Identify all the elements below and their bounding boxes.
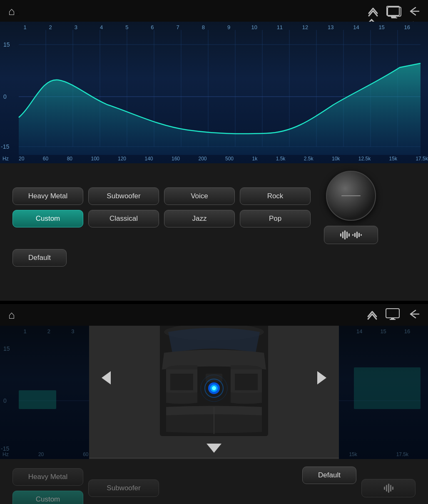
rock-button[interactable]: Rock — [240, 187, 311, 205]
home-icon[interactable]: ⌂ — [8, 5, 22, 17]
top-panel: ⌂ 1 2 3 4 5 6 7 8 9 10 11 — [0, 0, 428, 301]
freq-labels: 20 60 80 100 120 140 160 200 500 1k 1.5k… — [0, 156, 428, 162]
default-button-bottom[interactable]: Default — [302, 467, 356, 484]
screen-icon[interactable] — [386, 6, 400, 16]
eq-chart-top: 1 2 3 4 5 6 7 8 9 10 11 12 13 14 15 16 — [0, 22, 428, 163]
btn-group-4: Rock Pop — [240, 187, 311, 227]
heavy-metal-button-bottom[interactable]: Heavy Metal — [12, 468, 83, 486]
btn-group-3: Voice Jazz — [164, 187, 235, 227]
knob-container — [324, 171, 378, 244]
eq-buttons-bottom: Heavy Metal Custom Subwoofer Default — [0, 459, 428, 504]
right-arrow-icon — [317, 371, 326, 384]
svg-text:-15: -15 — [1, 143, 9, 150]
screen-icon-bottom[interactable] — [386, 308, 400, 322]
btn-group-default: Default — [12, 249, 67, 292]
btn-group-1: Heavy Metal Custom — [12, 187, 83, 227]
subwoofer-button[interactable]: Subwoofer — [88, 187, 159, 205]
status-bar-left: ⌂ — [8, 5, 22, 17]
sound-wave-icon-bottom — [384, 484, 393, 493]
modal-arrow-right-btn[interactable] — [313, 367, 331, 389]
panel-divider — [0, 301, 428, 304]
svg-point-38 — [212, 386, 216, 390]
voice-button[interactable]: Voice — [164, 187, 235, 205]
home-icon-bottom[interactable]: ⌂ — [8, 309, 15, 322]
modal-arrow-left-btn[interactable] — [97, 367, 115, 389]
modal-default-section: Default — [89, 458, 339, 459]
status-bar-bottom: ⌂ — [0, 304, 428, 326]
modal-arrow-down-btn[interactable] — [207, 444, 221, 453]
modal-overlay: Default — [0, 326, 428, 459]
modal-body — [89, 326, 339, 440]
bottom-panel: ⌂ 1 2 3 4 5 6 7 8 9 10 11 — [0, 304, 428, 504]
default-button-top[interactable]: Default — [12, 249, 67, 267]
svg-rect-23 — [386, 309, 399, 318]
btn-group-bottom-2: Subwoofer — [88, 479, 159, 497]
subwoofer-button-bottom[interactable]: Subwoofer — [88, 479, 159, 497]
btn-group-bottom-1: Heavy Metal Custom — [12, 468, 83, 504]
custom-button-top[interactable]: Custom — [12, 210, 83, 227]
sound-wave-icon — [340, 230, 362, 240]
btn-group-bottom-default: Default — [302, 467, 356, 504]
sound-button-bottom[interactable] — [361, 479, 416, 497]
chevron-up-icon-bottom[interactable] — [366, 308, 378, 322]
eq-knob[interactable] — [326, 171, 376, 221]
status-bar-right — [367, 5, 420, 17]
svg-rect-25 — [390, 319, 396, 320]
sound-button[interactable] — [324, 226, 378, 244]
status-bar-bottom-left: ⌂ — [8, 309, 15, 322]
heavy-metal-button[interactable]: Heavy Metal — [12, 187, 83, 205]
back-icon-bottom[interactable] — [407, 309, 420, 321]
back-icon[interactable] — [407, 6, 420, 16]
custom-button-bottom[interactable]: Custom — [12, 491, 83, 504]
eq-buttons-section: Heavy Metal Custom Subwoofer Classical V… — [0, 163, 428, 301]
status-bar-top: ⌂ — [0, 0, 428, 22]
car-interior-image — [160, 326, 268, 436]
pop-button[interactable]: Pop — [240, 210, 311, 227]
eq-chart-bottom: 1 2 3 4 5 6 7 8 9 10 11 12 13 14 15 16 — [0, 326, 428, 459]
modal-dialog: Default — [89, 326, 339, 459]
status-bar-bottom-right — [366, 308, 420, 322]
svg-rect-2 — [391, 17, 397, 18]
classical-button[interactable]: Classical — [88, 210, 159, 227]
svg-text:15: 15 — [3, 41, 10, 48]
left-arrow-icon — [102, 371, 111, 384]
svg-rect-0 — [388, 7, 401, 16]
jazz-button[interactable]: Jazz — [164, 210, 235, 227]
btn-group-2: Subwoofer Classical — [88, 187, 159, 227]
svg-text:0: 0 — [3, 93, 7, 100]
chevron-up-icon[interactable] — [367, 5, 379, 17]
modal-section-down — [89, 440, 339, 458]
